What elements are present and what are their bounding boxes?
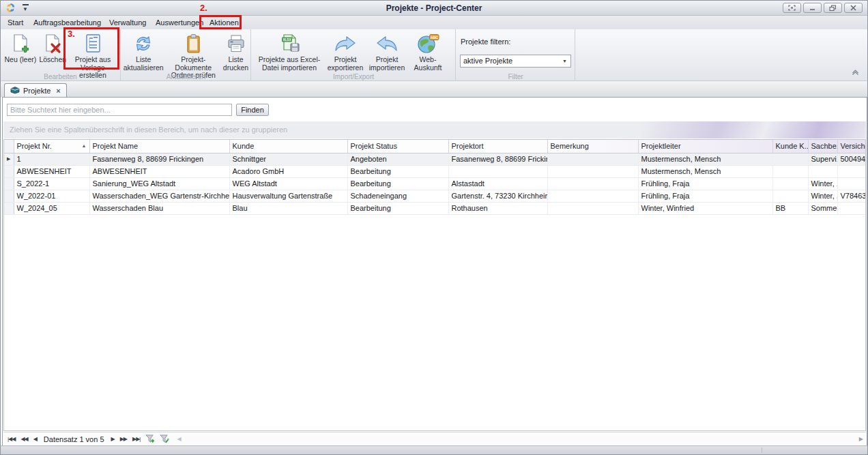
table-cell[interactable]: S_2022-1: [14, 177, 89, 190]
row-gutter[interactable]: [4, 190, 14, 202]
table-cell[interactable]: ABWESENHEIT: [89, 165, 229, 177]
table-cell[interactable]: Schadeneingang: [347, 190, 448, 202]
table-cell[interactable]: Mustermensch, Mensch: [638, 153, 772, 165]
column-header-projekt-status[interactable]: Projekt Status: [347, 140, 448, 153]
table-cell[interactable]: V784632: [837, 190, 866, 202]
column-header-projekt-name[interactable]: Projekt Name: [89, 140, 229, 153]
table-cell[interactable]: Supervi...: [808, 153, 837, 165]
projekt-dokumente-ordner-pruefen-button[interactable]: Projekt-Dokumente Ordner prüfen: [164, 31, 222, 80]
row-gutter[interactable]: [4, 177, 14, 190]
table-row[interactable]: S_2022-1Sanierung_WEG AltstadtWEG Altsta…: [4, 177, 866, 190]
nav-prev-icon[interactable]: ◀: [31, 436, 40, 442]
nav-next-page-icon[interactable]: ▶▶: [117, 436, 130, 442]
restore-icon[interactable]: [824, 3, 842, 13]
minimize-icon[interactable]: [803, 3, 822, 13]
table-cell[interactable]: 500494...: [837, 153, 866, 165]
table-cell[interactable]: [547, 177, 638, 190]
column-header-projektort[interactable]: Projektort: [448, 140, 547, 153]
table-cell[interactable]: Winter, ...: [808, 190, 837, 202]
web-auskunft-button[interactable]: ABC Web-Auskunft: [406, 31, 450, 72]
filter-edit-icon[interactable]: [157, 434, 171, 444]
nav-first-icon[interactable]: |◀◀: [3, 436, 18, 442]
hscroll-left-icon[interactable]: ◀: [171, 436, 186, 442]
table-cell[interactable]: Rothausen: [448, 202, 547, 214]
table-cell[interactable]: W_2022-01: [14, 190, 89, 202]
table-cell[interactable]: WEG Altstadt: [229, 177, 347, 190]
projekt-exportieren-button[interactable]: Projekt exportieren: [323, 31, 368, 72]
table-cell[interactable]: [547, 202, 638, 214]
table-cell[interactable]: Acadoro GmbH: [229, 165, 347, 177]
projekt-importieren-button[interactable]: Projekt importieren: [368, 31, 406, 72]
table-cell[interactable]: Angeboten: [347, 153, 448, 165]
tab-close-icon[interactable]: ×: [56, 87, 60, 95]
menu-auftragsbearbeitung[interactable]: Auftragsbearbeitung: [31, 18, 104, 27]
table-cell[interactable]: Mustermensch, Mensch: [638, 165, 772, 177]
column-header-versiche[interactable]: Versiche...: [837, 140, 866, 153]
fit-icon[interactable]: [783, 3, 801, 13]
table-cell[interactable]: [547, 153, 638, 165]
filter-add-icon[interactable]: [143, 434, 157, 444]
nav-next-icon[interactable]: ▶: [108, 436, 117, 442]
hscroll-right-icon[interactable]: ▶: [859, 436, 863, 442]
table-cell[interactable]: Bearbeitung: [347, 202, 448, 214]
search-input[interactable]: [7, 104, 232, 116]
table-row[interactable]: W_2022-01Wasserschaden_WEG Gartenstr-Kir…: [4, 190, 866, 202]
table-cell[interactable]: Wasserschaden_WEG Gartenstr-Kirchheim: [89, 190, 229, 202]
menu-start[interactable]: Start: [5, 18, 26, 27]
nav-last-icon[interactable]: ▶▶|: [130, 436, 143, 442]
table-cell[interactable]: Wasserschaden Blau: [89, 202, 229, 214]
table-cell[interactable]: [837, 165, 866, 177]
table-cell[interactable]: [448, 165, 547, 177]
table-cell[interactable]: Frühling, Fraja: [638, 177, 772, 190]
table-cell[interactable]: Fasanenweg 8, 88699 Frickingen: [89, 153, 229, 165]
row-gutter[interactable]: [4, 202, 14, 214]
nav-prev-page-icon[interactable]: ◀◀: [18, 436, 30, 442]
close-icon[interactable]: [844, 3, 863, 13]
liste-aktualisieren-button[interactable]: Liste aktualisieren: [123, 31, 164, 72]
table-cell[interactable]: [547, 190, 638, 202]
table-cell[interactable]: Blau: [229, 202, 347, 214]
projekt-aus-vorlage-button[interactable]: Projekt aus Vorlage erstellen: [67, 31, 119, 80]
neu-leer-button[interactable]: Neu (leer): [2, 31, 39, 64]
group-by-panel[interactable]: Ziehen Sie eine Spaltenüberschrift in di…: [3, 121, 866, 138]
menu-auswertungen[interactable]: Auswertungen: [153, 18, 206, 27]
row-indicator-icon[interactable]: ▶: [4, 153, 14, 165]
table-row[interactable]: W_2024_05Wasserschaden BlauBlauBearbeitu…: [4, 202, 866, 214]
column-header-kunde[interactable]: Kunde: [229, 140, 347, 153]
table-cell[interactable]: [837, 202, 866, 214]
table-row[interactable]: ▶1Fasanenweg 8, 88699 FrickingenSchnittg…: [4, 153, 866, 165]
projekte-aus-excel-importieren-button[interactable]: XLSX Projekte aus Excel-Datei importiere…: [256, 31, 323, 72]
table-cell[interactable]: [772, 177, 808, 190]
table-cell[interactable]: ABWESENHEIT: [14, 165, 89, 177]
table-cell[interactable]: Bearbeitung: [347, 177, 448, 190]
menu-aktionen[interactable]: Aktionen: [207, 18, 242, 27]
find-button[interactable]: Finden: [236, 104, 269, 116]
table-cell[interactable]: Gartenstr. 4, 73230 Kirchheim: [448, 190, 547, 202]
column-header-projektleiter[interactable]: Projektleiter: [638, 140, 772, 153]
ribbon-collapse-icon[interactable]: [852, 66, 859, 78]
table-cell[interactable]: Bearbeitung: [347, 165, 448, 177]
table-cell[interactable]: Alstastadt: [448, 177, 547, 190]
filter-dropdown[interactable]: aktive Projekte ▼: [460, 55, 571, 68]
table-cell[interactable]: Winter, Winfried: [638, 202, 772, 214]
column-header-kunde-k[interactable]: Kunde K...: [772, 140, 808, 153]
table-cell[interactable]: Winter, ...: [808, 177, 837, 190]
table-cell[interactable]: Hausverwaltung Gartenstraße: [229, 190, 347, 202]
column-header-sachbe[interactable]: Sachbe...: [808, 140, 837, 153]
table-cell[interactable]: Schnittger: [229, 153, 347, 165]
row-gutter[interactable]: [4, 165, 14, 177]
table-cell[interactable]: BB: [772, 202, 808, 214]
table-cell[interactable]: Frühling, Fraja: [638, 190, 772, 202]
table-cell[interactable]: [837, 177, 866, 190]
table-cell[interactable]: [772, 190, 808, 202]
column-header-projekt-nr[interactable]: Projekt Nr.▲: [14, 140, 89, 153]
tab-projekte[interactable]: Projekte ×: [4, 83, 67, 97]
table-cell[interactable]: [772, 165, 808, 177]
table-cell[interactable]: 1: [14, 153, 89, 165]
table-cell[interactable]: Sommer...: [808, 202, 837, 214]
table-cell[interactable]: Sanierung_WEG Altstadt: [89, 177, 229, 190]
table-cell[interactable]: Fasanenweg 8, 88699 Frickingen: [448, 153, 547, 165]
table-cell[interactable]: W_2024_05: [14, 202, 89, 214]
loeschen-button[interactable]: Löschen: [39, 31, 67, 64]
table-cell[interactable]: [808, 165, 837, 177]
